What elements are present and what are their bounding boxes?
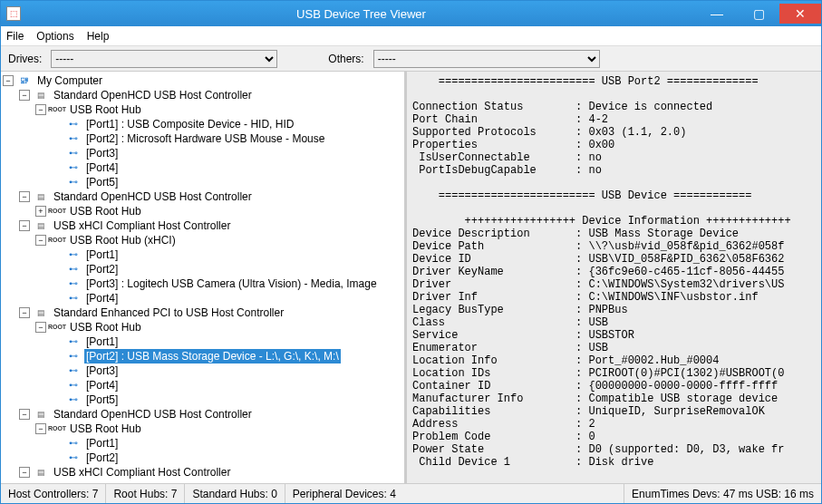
port-icon: ⊷ xyxy=(65,335,82,348)
tree-root[interactable]: My Computer xyxy=(35,73,104,88)
controller-icon: ▤ xyxy=(33,306,49,319)
expand-icon[interactable]: − xyxy=(19,409,30,420)
status-peripheral-devices: Peripheral Devices: 4 xyxy=(285,484,624,503)
root-hub-icon xyxy=(49,234,65,247)
tree-port[interactable]: [Port1] xyxy=(84,334,120,349)
status-root-hubs: Root Hubs: 7 xyxy=(106,484,185,503)
drives-label: Drives: xyxy=(8,53,42,65)
computer-icon: 🖳 xyxy=(16,74,33,87)
menu-options[interactable]: Options xyxy=(36,30,73,43)
toolbar: Drives: ----- Others: ----- xyxy=(1,46,821,72)
port-icon: ⊷ xyxy=(65,451,82,464)
controller-icon: ▤ xyxy=(33,219,49,232)
port-icon: ⊷ xyxy=(65,379,82,392)
port-icon: ⊷ xyxy=(65,176,82,189)
tree-controller[interactable]: USB xHCI Compliant Host Controller xyxy=(52,465,232,480)
details-pane[interactable]: ======================== USB Port2 =====… xyxy=(407,72,821,483)
controller-icon: ▤ xyxy=(33,190,49,203)
tree-port[interactable]: [Port2] xyxy=(84,262,120,276)
tree-port[interactable]: [Port3] : Logitech USB Camera (Ultra Vis… xyxy=(84,276,379,291)
tree-controller[interactable]: Standard OpenHCD USB Host Controller xyxy=(52,88,254,102)
expand-icon[interactable]: − xyxy=(19,307,30,318)
menu-help[interactable]: Help xyxy=(87,30,110,43)
maximize-button[interactable]: ▢ xyxy=(738,4,779,24)
expand-icon[interactable]: + xyxy=(35,206,46,217)
tree-port[interactable]: [Port2] xyxy=(84,451,120,465)
tree-hub[interactable]: USB Root Hub (xHCI) xyxy=(68,233,178,247)
root-hub-icon xyxy=(49,103,65,116)
statusbar: Host Controllers: 7 Root Hubs: 7 Standar… xyxy=(1,483,821,503)
menubar: File Options Help xyxy=(1,26,821,46)
tree-controller[interactable]: Standard OpenHCD USB Host Controller xyxy=(52,407,254,422)
status-standard-hubs: Standard Hubs: 0 xyxy=(185,484,285,503)
expand-icon[interactable]: − xyxy=(19,467,30,478)
others-label: Others: xyxy=(328,53,363,65)
tree-port[interactable]: [Port3] xyxy=(84,146,120,160)
tree-port-selected[interactable]: [Port2] : USB Mass Storage Device - L:\,… xyxy=(84,349,341,363)
expand-icon[interactable]: − xyxy=(3,75,14,86)
tree-controller[interactable]: Standard Enhanced PCI to USB Host Contro… xyxy=(52,305,285,320)
port-icon: ⊷ xyxy=(65,437,82,450)
drives-select[interactable]: ----- xyxy=(51,50,277,68)
tree-port[interactable]: [Port3] xyxy=(84,363,120,378)
controller-icon: ▤ xyxy=(33,466,49,479)
root-hub-icon xyxy=(49,205,65,218)
tree-controller[interactable]: USB xHCI Compliant Host Controller xyxy=(52,218,232,233)
port-icon: ⊷ xyxy=(65,393,82,406)
tree-hub[interactable]: USB Root Hub xyxy=(68,320,143,334)
port-icon: ⊷ xyxy=(65,161,82,174)
app-icon: ⬚ xyxy=(6,6,21,21)
tree-port[interactable]: [Port1] : USB Composite Device - HID, HI… xyxy=(84,117,295,131)
tree-hub[interactable]: USB Root Hub xyxy=(68,422,143,436)
port-icon: ⊷ xyxy=(65,277,82,290)
port-icon: ⊷ xyxy=(65,263,82,276)
titlebar: ⬚ USB Device Tree Viewer — ▢ ✕ xyxy=(1,1,821,26)
tree-port[interactable]: [Port1] xyxy=(84,436,120,451)
device-tree[interactable]: −🖳My Computer −▤Standard OpenHCD USB Hos… xyxy=(1,72,407,483)
port-icon: ⊷ xyxy=(65,118,82,131)
expand-icon[interactable]: − xyxy=(19,90,30,101)
expand-icon[interactable]: − xyxy=(35,235,46,246)
tree-port[interactable]: [Port5] xyxy=(84,393,120,407)
tree-port[interactable]: [Port4] xyxy=(84,291,120,305)
tree-port[interactable]: [Port4] xyxy=(84,378,120,393)
expand-icon[interactable]: − xyxy=(19,191,30,202)
tree-hub[interactable]: USB Root Hub xyxy=(68,102,143,117)
tree-controller[interactable]: Standard OpenHCD USB Host Controller xyxy=(52,189,254,204)
expand-icon[interactable]: − xyxy=(19,220,30,231)
tree-port[interactable]: [Port2] : Microsoft Hardware USB Mouse -… xyxy=(84,131,326,146)
root-hub-icon xyxy=(49,422,65,435)
expand-icon[interactable]: − xyxy=(35,423,46,434)
port-icon: ⊷ xyxy=(65,292,82,305)
port-icon: ⊷ xyxy=(65,147,82,160)
tree-port[interactable]: [Port5] xyxy=(84,175,120,189)
port-icon: ⊷ xyxy=(65,350,82,363)
close-button[interactable]: ✕ xyxy=(779,4,821,24)
expand-icon[interactable]: − xyxy=(35,322,46,333)
window-title: USB Device Tree Viewer xyxy=(26,7,696,21)
minimize-button[interactable]: — xyxy=(696,4,738,24)
main-area: −🖳My Computer −▤Standard OpenHCD USB Hos… xyxy=(1,72,821,483)
root-hub-icon xyxy=(49,321,65,334)
tree-port[interactable]: [Port1] xyxy=(84,247,120,262)
port-icon: ⊷ xyxy=(65,248,82,261)
tree-hub[interactable]: USB Root Hub xyxy=(68,204,143,218)
others-select[interactable]: ----- xyxy=(373,50,600,68)
port-icon: ⊷ xyxy=(65,364,82,377)
tree-port[interactable]: [Port4] xyxy=(84,160,120,175)
menu-file[interactable]: File xyxy=(6,30,24,43)
expand-icon[interactable]: − xyxy=(35,104,46,115)
controller-icon: ▤ xyxy=(33,89,49,102)
port-icon: ⊷ xyxy=(65,132,82,145)
status-enum-times: EnumTimes Devs: 47 ms USB: 16 ms xyxy=(624,484,821,503)
status-host-controllers: Host Controllers: 7 xyxy=(1,484,106,503)
controller-icon: ▤ xyxy=(33,408,49,421)
